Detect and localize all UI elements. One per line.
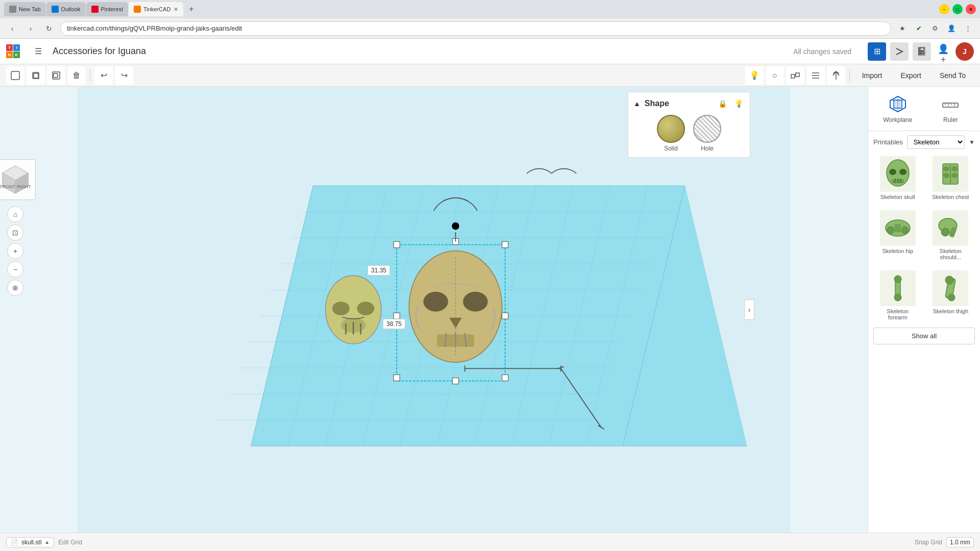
snap-grid-value[interactable]: 1.0 mm <box>946 537 974 547</box>
import-btn[interactable]: Import <box>854 68 891 83</box>
send-to-btn[interactable]: Send To <box>932 68 974 83</box>
svg-rect-49 <box>394 374 400 381</box>
extensions-btn[interactable]: ⚙ <box>928 21 942 36</box>
fit-view-btn[interactable]: ⊡ <box>7 224 23 241</box>
solid-label: Solid <box>664 145 678 152</box>
tinkercad-logo[interactable]: T I N K <box>6 44 20 58</box>
app-topbar: T I N K ☰ Accessories for Iguana All cha… <box>0 39 980 64</box>
extension-check-btn[interactable]: ✔ <box>912 21 926 36</box>
shape-item-chest[interactable]: Skeleton chest <box>926 153 975 203</box>
new-shape-btn[interactable] <box>6 66 24 85</box>
shoulder-shape-name: Skeleton should... <box>929 248 972 260</box>
workplane-btn[interactable]: Workplane <box>873 91 922 127</box>
export-btn[interactable]: Export <box>892 68 929 83</box>
tab-tinkercad[interactable]: TinkerCAD ✕ <box>129 2 183 16</box>
tab-bar: New Tab Outlook Pinterest TinkerCAD ✕ + <box>4 0 933 18</box>
grid-view-btn[interactable]: ⊞ <box>868 42 886 61</box>
shape-panel-overlay: ▲ Shape 🔒 💡 Solid Hole <box>628 92 750 158</box>
show-all-btn[interactable]: Show all <box>873 328 975 344</box>
printables-header: Printables Skeleton ▼ <box>873 135 975 149</box>
printables-title: Printables <box>873 138 903 146</box>
shape-lock-btn[interactable]: 🔒 <box>716 97 728 110</box>
paste-btn[interactable] <box>47 66 65 85</box>
new-tab-btn[interactable]: + <box>184 2 198 16</box>
shape-panel-collapse[interactable]: ▲ <box>633 99 641 108</box>
maximize-btn[interactable]: □ <box>952 4 963 14</box>
tab-outlook[interactable]: Outlook <box>46 2 86 16</box>
copy-btn[interactable] <box>27 66 45 85</box>
svg-point-56 <box>463 292 488 312</box>
shape-item-skull[interactable]: Skeleton skull <box>873 153 922 203</box>
address-input[interactable] <box>60 21 891 36</box>
svg-rect-5 <box>791 74 795 78</box>
right-tools: 💡 ○ Import Export Send To <box>745 66 974 85</box>
tab-new[interactable]: New Tab <box>4 2 46 16</box>
svg-line-83 <box>900 179 901 183</box>
solid-option[interactable]: Solid <box>657 115 685 152</box>
shape-item-hip[interactable]: Skeleton hip <box>873 207 922 263</box>
svg-point-86 <box>943 166 949 171</box>
book-view-btn[interactable]: 📓 <box>913 42 931 61</box>
user-avatar[interactable]: J <box>955 42 974 61</box>
zoom-in-btn[interactable]: + <box>7 243 23 259</box>
home-view-btn[interactable]: ⌂ <box>7 206 23 222</box>
hole-label: Hole <box>701 145 714 152</box>
tool-view-btn[interactable] <box>890 42 909 61</box>
hole-option[interactable]: Hole <box>693 115 721 152</box>
printables-section: Printables Skeleton ▼ <box>868 131 980 533</box>
topbar-right: ⊞ 📓 👤+ J <box>868 42 974 61</box>
printables-chevron-icon[interactable]: ▼ <box>969 139 975 146</box>
panel-collapse-btn[interactable]: › <box>744 299 754 320</box>
skull-thumb <box>880 156 916 192</box>
ruler-btn[interactable]: Ruler <box>926 91 975 127</box>
printables-dropdown[interactable]: Skeleton <box>907 135 965 149</box>
viewport-3d[interactable]: 31.35 38.75 ▲ Shape 🔒 💡 Solid <box>0 87 868 533</box>
svg-point-99 <box>894 294 901 301</box>
dimension-width-label: 31.35 <box>368 265 390 276</box>
compass-btn[interactable]: ⊕ <box>7 280 23 296</box>
undo-btn[interactable]: ↩ <box>94 66 113 85</box>
workplane-label: Workplane <box>883 116 912 123</box>
svg-point-92 <box>901 227 909 234</box>
workplane-icon <box>888 94 908 114</box>
add-user-btn[interactable]: 👤+ <box>935 43 951 60</box>
logo-n: N <box>6 52 13 58</box>
hip-shape-name: Skeleton hip <box>882 248 913 254</box>
viewport-cube[interactable]: FRONT RIGHT <box>0 159 36 200</box>
svg-point-88 <box>943 173 949 178</box>
refresh-btn[interactable]: ↻ <box>42 21 56 36</box>
svg-rect-50 <box>452 378 458 384</box>
shape-item-thigh[interactable]: Skeleton thigh <box>926 267 975 323</box>
logo-k: K <box>13 52 20 58</box>
svg-point-87 <box>951 166 958 171</box>
zoom-out-btn[interactable]: − <box>7 261 23 278</box>
svg-rect-44 <box>394 241 400 247</box>
mirror-btn[interactable] <box>827 66 845 85</box>
edit-grid-btn[interactable]: Edit Grid <box>58 539 82 546</box>
shape-view-btn[interactable]: ○ <box>766 66 784 85</box>
app-menu-btn[interactable]: ☰ <box>30 43 46 60</box>
shape-light-btn[interactable]: 💡 <box>732 97 745 110</box>
back-btn[interactable]: ‹ <box>5 21 19 36</box>
close-btn[interactable]: ✕ <box>966 4 976 14</box>
align-btn[interactable] <box>806 66 825 85</box>
tab-pinterest[interactable]: Pinterest <box>86 2 128 16</box>
snap-grid-label: Snap Grid <box>915 539 942 546</box>
hip-thumb <box>880 210 916 246</box>
bookmark-btn[interactable]: ★ <box>895 21 910 36</box>
account-btn[interactable]: 👤 <box>944 21 959 36</box>
light-btn[interactable]: 💡 <box>745 66 764 85</box>
forward-btn[interactable]: › <box>23 21 38 36</box>
chest-thumb <box>933 156 968 192</box>
ruler-label: Ruler <box>943 116 958 123</box>
shape-item-shoulder[interactable]: Skeleton should... <box>926 207 975 263</box>
file-chip[interactable]: 📄 skull.stl ▲ <box>6 537 54 547</box>
shape-item-forearm[interactable]: Skeleton forearm <box>873 267 922 323</box>
minimize-btn[interactable]: − <box>939 4 949 14</box>
delete-btn[interactable]: 🗑 <box>67 66 86 85</box>
svg-point-78 <box>889 169 896 175</box>
redo-btn[interactable]: ↪ <box>115 66 133 85</box>
group-btn[interactable] <box>786 66 804 85</box>
menu-btn[interactable]: ⋮ <box>961 21 975 36</box>
shoulder-thumb <box>933 210 968 246</box>
